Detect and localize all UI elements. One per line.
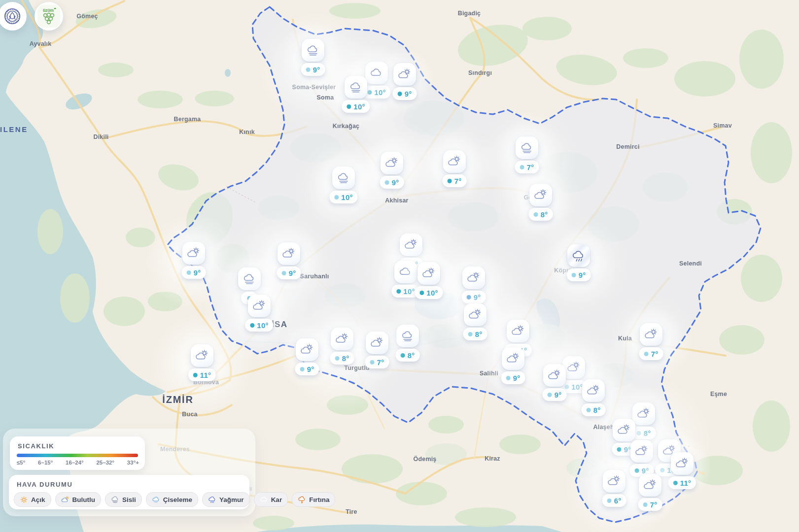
weather-card-partly-cloudy[interactable] [582,379,605,402]
temperature-value: 9° [307,365,314,373]
temperature-dot [385,180,389,185]
weather-card-partly-cloudy[interactable] [640,323,662,346]
weather-card-partly-cloudy[interactable] [417,262,440,285]
partly-cloudy-icon [586,383,601,398]
temperature-pill[interactable]: 9° [567,268,591,281]
weather-card-rain[interactable] [567,244,590,267]
weather-card-partly-cloudy[interactable] [613,419,635,441]
temperature-pill[interactable]: 6° [602,494,626,507]
weather-card-partly-cloudy[interactable] [331,328,353,350]
temperature-pill[interactable]: 7° [365,356,389,368]
cloud-sun-icon [61,496,69,504]
temperature-pill[interactable]: 7° [515,161,539,173]
temperature-pill[interactable]: 11° [188,368,216,381]
temperature-value: 10° [374,88,385,97]
temperature-pill[interactable]: 10° [342,100,370,113]
weather-card-fog[interactable] [396,325,419,347]
weather-card-partly-cloudy[interactable] [632,402,655,425]
temperature-dot [300,367,305,371]
weather-card-fog[interactable] [345,76,367,99]
partly-cloudy-icon [300,342,314,357]
partly-cloudy-icon [675,456,690,471]
temperature-pill[interactable]: 7° [443,174,467,187]
condition-chip-ya-mur[interactable]: Yağmur [202,492,250,507]
temperature-pill[interactable]: 8° [396,349,420,362]
temperature-pill[interactable]: 8° [582,403,606,416]
map-label-k-n-k: Kınık [239,129,255,135]
cloud-icon [398,265,413,279]
weather-card-partly-cloudy[interactable] [603,470,625,493]
temperature-tick: 16–24° [66,460,84,466]
temperature-pill[interactable]: 9° [295,363,319,375]
temperature-pill[interactable]: 11° [668,476,696,489]
temperature-pill[interactable]: 8° [529,208,553,221]
temperature-pill[interactable]: 9° [543,388,567,401]
weather-card-partly-cloudy[interactable] [248,295,271,317]
weather-card-partly-cloudy[interactable] [462,266,485,289]
temperature-pill[interactable]: 9° [462,291,486,303]
temperature-ticks: ≤5°6–15°16–24°25–32°33°+ [17,460,139,466]
temperature-pill[interactable]: 8° [463,328,487,340]
weather-card-partly-cloudy[interactable] [443,150,466,173]
temperature-value: 7° [651,350,659,358]
weather-card-cloud[interactable] [365,62,388,84]
temperature-pill[interactable]: 9° [501,371,525,384]
temperature-dot [396,289,401,294]
weather-card-partly-cloudy[interactable] [393,63,416,86]
weather-card-partly-cloudy[interactable] [400,233,422,256]
weather-card-fog[interactable] [302,39,324,62]
weather-card-partly-cloudy[interactable] [464,303,486,326]
weather-card-partly-cloudy[interactable] [630,440,653,463]
temperature-value: 9° [474,293,481,301]
temperature-pill[interactable]: 10° [245,319,273,332]
weather-card-fog[interactable] [516,136,538,159]
partly-cloudy-icon [468,307,483,322]
weather-card-partly-cloudy[interactable] [671,452,694,475]
weather-card-partly-cloudy[interactable] [381,152,403,174]
weather-card-partly-cloudy[interactable] [529,184,552,206]
condition-chip-f-rt-na[interactable]: Fırtına [292,492,335,507]
weather-card-partly-cloudy[interactable] [182,242,205,265]
condition-chip-bulutlu[interactable]: Bulutlu [55,492,102,507]
temperature-pill[interactable]: 7° [638,498,662,511]
weather-card-partly-cloudy[interactable] [502,347,524,370]
temperature-pill[interactable]: 10° [415,286,443,299]
temperature-value: 9° [579,271,586,279]
temperature-value: 9° [555,391,562,399]
temperature-pill[interactable]: 9° [182,266,206,279]
uzum-app-button[interactable]: üzüm [35,2,63,31]
temperature-pill[interactable]: 8° [330,352,354,365]
condition-chip-sisli[interactable]: Sisli [105,492,142,507]
temperature-pill[interactable]: 9° [380,176,404,189]
temperature-dot [564,385,569,389]
temperature-pill[interactable]: 9° [301,63,325,76]
weather-card-partly-cloudy[interactable] [191,344,213,367]
weather-card-fog[interactable] [238,267,261,290]
temperature-pill[interactable]: 9° [393,87,417,100]
temperature-dot [347,104,351,109]
weather-card-partly-cloudy[interactable] [507,320,529,342]
condition-chip-a-k[interactable]: Açık [14,492,51,507]
temperature-dot [548,393,552,397]
weather-card-cloud[interactable] [394,261,417,283]
temperature-dot [367,90,372,95]
weather-card-partly-cloudy[interactable] [278,242,300,265]
weather-card-partly-cloudy[interactable] [543,364,566,387]
map-label-g-me-: Gömeç [76,13,98,20]
condition-chip-label: Bulutlu [72,496,96,503]
weather-card-fog[interactable] [332,166,355,189]
weather-map[interactable]: GömeçAyvalıkBigadiçSındırgıBergamaDikili… [0,0,799,532]
temperature-dot [643,502,648,507]
condition-chip-kar[interactable]: Kar [254,492,288,507]
temperature-pill[interactable]: 10° [329,191,357,203]
temperature-dot [187,270,191,275]
weather-card-partly-cloudy[interactable] [296,338,318,361]
temperature-pill[interactable]: 7° [639,347,663,360]
temperature-dot [468,332,473,336]
temperature-pill[interactable]: 9° [277,266,301,279]
weather-card-partly-cloudy[interactable] [366,332,388,354]
condition-chip--iseleme[interactable]: Çiseleme [146,492,198,507]
map-label-buca: Buca [182,411,197,418]
weather-card-partly-cloudy[interactable] [639,474,661,497]
map-label-akhisar: Akhisar [385,197,408,204]
